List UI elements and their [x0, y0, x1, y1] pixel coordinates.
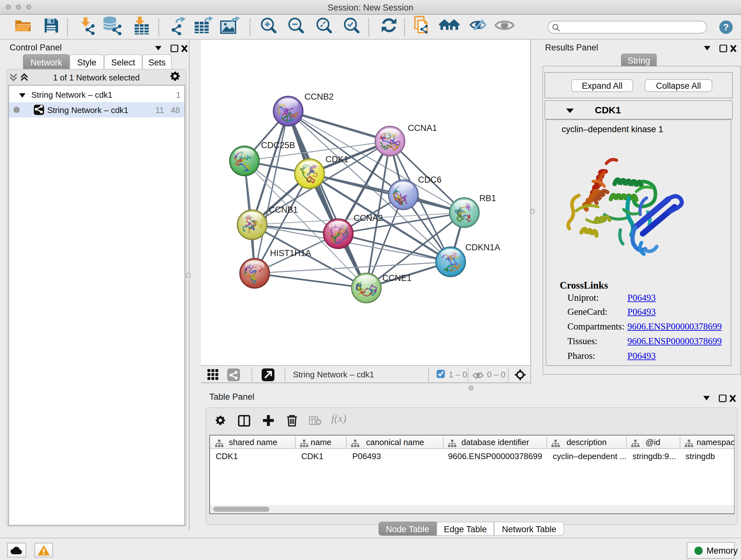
svg-text:CDK1: CDK1	[326, 154, 348, 164]
svg-text:CCNB2: CCNB2	[305, 92, 334, 102]
svg-text:CDKN1A: CDKN1A	[465, 243, 500, 252]
svg-text:CCNA2: CCNA2	[354, 213, 383, 223]
svg-text:CCNE1: CCNE1	[382, 273, 412, 283]
svg-text:RB1: RB1	[479, 193, 496, 203]
svg-text:CCNA1: CCNA1	[408, 123, 437, 133]
svg-text:CCNB1: CCNB1	[269, 205, 298, 214]
svg-text:HIST1H1A: HIST1H1A	[270, 248, 311, 258]
svg-text:CDC25B: CDC25B	[261, 140, 295, 150]
svg-text:CDC6: CDC6	[418, 175, 442, 185]
